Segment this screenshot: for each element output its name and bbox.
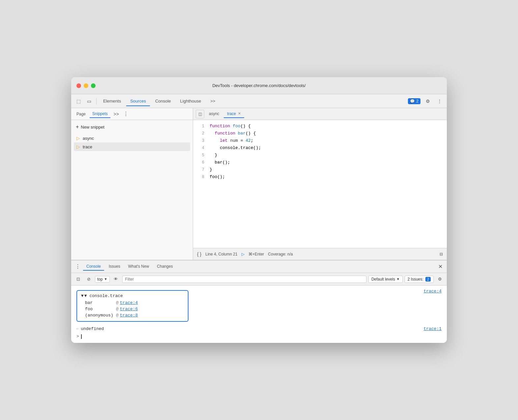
tab-elements[interactable]: Elements (99, 97, 125, 106)
tab-lighthouse[interactable]: Lighthouse (176, 97, 205, 106)
close-bottom-panel-icon[interactable]: ✕ (436, 263, 444, 271)
clear-console-icon[interactable]: ⊡ (74, 275, 82, 284)
sidebar-more-options-icon[interactable]: ⋮ (122, 110, 130, 118)
trace-link-bar[interactable]: trace:4 (120, 300, 138, 305)
bottom-tab-whats-new[interactable]: What's New (125, 263, 153, 271)
snippet-item-async[interactable]: ▷ async (74, 134, 190, 142)
new-snippet-button[interactable]: + New snippet (74, 123, 190, 131)
sidebar-tab-snippets[interactable]: Snippets (90, 110, 110, 118)
snippet-file-icon: ▷ (76, 135, 80, 141)
chat-icon: 💬 (410, 99, 415, 104)
editor-area: ◫ async trace ✕ 1 function foo() { 2 fun… (193, 108, 447, 260)
bottom-tab-changes[interactable]: Changes (154, 263, 176, 271)
bottom-tab-console[interactable]: Console (83, 263, 104, 271)
bottom-panel: ⋮ Console Issues What's New Changes ✕ ⊡ … (71, 260, 447, 343)
console-undefined-row: ← undefined trace:1 (74, 325, 444, 333)
trace-row-bar: bar @ trace:4 (81, 300, 184, 306)
code-line-6: 6 bar(); (193, 159, 447, 166)
undefined-source-link[interactable]: trace:1 (423, 326, 442, 331)
code-line-5: 5 } (193, 152, 447, 159)
console-settings-icon[interactable]: ⚙ (436, 275, 444, 284)
window-title: DevTools - developer.chrome.com/docs/dev… (212, 83, 305, 88)
trace-block: ▼ ▼ console.trace bar @ trace:4 foo @ tr… (76, 290, 188, 322)
trace-link-anonymous[interactable]: trace:8 (120, 313, 138, 318)
close-button[interactable] (76, 83, 81, 88)
trace-link-foo[interactable]: trace:6 (120, 307, 138, 312)
sidebar: Page Snippets >> ⋮ + New snippet ▷ async… (71, 108, 193, 260)
device-icon[interactable]: ▭ (84, 97, 94, 106)
prompt-symbol: > (76, 334, 79, 339)
bottom-tab-issues[interactable]: Issues (105, 263, 124, 271)
tab-console[interactable]: Console (151, 97, 175, 106)
editor-tab-trace[interactable]: trace ✕ (224, 110, 244, 118)
trace-row-anonymous: (anonymous) @ trace:8 (81, 312, 184, 318)
code-line-8: 8 foo(); (193, 173, 447, 181)
more-tabs-btn[interactable]: >> (206, 97, 219, 106)
code-line-1: 1 function foo() { (193, 123, 447, 130)
trace-source-link[interactable]: trace:4 (423, 289, 442, 294)
devtools-window: DevTools - developer.chrome.com/docs/dev… (71, 77, 447, 343)
code-line-2: 2 function bar() { (193, 130, 447, 137)
context-label: top (97, 277, 103, 282)
context-selector[interactable]: top ▼ (95, 276, 110, 283)
content-area: Page Snippets >> ⋮ + New snippet ▷ async… (71, 108, 447, 260)
editor-tabs: ◫ async trace ✕ (193, 108, 447, 120)
sidebar-content: + New snippet ▷ async ▷ trace (71, 120, 193, 260)
main-toolbar: ⬚ ▭ Elements Sources Console Lighthouse … (71, 94, 447, 108)
chevron-down-icon: ▼ (104, 277, 107, 281)
settings-icon[interactable]: ⚙ (423, 97, 432, 106)
tab-close-icon[interactable]: ✕ (238, 111, 241, 116)
trace-header: ▼ ▼ console.trace (81, 293, 184, 298)
block-icon[interactable]: ⊘ (84, 275, 93, 284)
cursor-position: Line 4, Column 21 (205, 252, 237, 256)
code-line-3: 3 let num = 42; (193, 137, 447, 144)
console-output: ▼ ▼ console.trace bar @ trace:4 foo @ tr… (71, 285, 447, 343)
code-line-4: 4 console.trace(); (193, 144, 447, 152)
issues-count-btn[interactable]: 2 Issues: 2 (405, 276, 434, 283)
undefined-left: ← undefined (76, 326, 104, 331)
undefined-text: undefined (81, 326, 104, 331)
more-options-icon[interactable]: ⋮ (435, 97, 444, 106)
bottom-tabs: ⋮ Console Issues What's New Changes ✕ (71, 260, 447, 273)
code-editor[interactable]: 1 function foo() { 2 function bar() { 3 … (193, 120, 447, 248)
status-bar-right: ⊟ (440, 252, 443, 256)
console-trace-line: ▼ ▼ console.trace bar @ trace:4 foo @ tr… (74, 288, 444, 324)
plus-icon: + (76, 124, 79, 130)
snippet-file-icon-active: ▷ (76, 144, 80, 149)
format-icon[interactable]: { } (197, 252, 201, 257)
coverage-status: Coverage: n/a (268, 252, 293, 256)
sidebar-tabs: Page Snippets >> ⋮ (71, 108, 193, 120)
maximize-button[interactable] (91, 83, 96, 88)
input-cursor (81, 334, 82, 339)
traffic-lights (76, 83, 96, 88)
trace-row-foo: foo @ trace:6 (81, 306, 184, 312)
status-bar: { } Line 4, Column 21 ▷ ⌘+Enter Coverage… (193, 248, 447, 260)
toolbar-divider-1 (96, 98, 97, 105)
run-icon[interactable]: ▷ (242, 252, 245, 256)
filter-input[interactable] (122, 276, 366, 283)
toolbar-right: 💬 2 ⚙ ⋮ (408, 97, 444, 106)
issues-badge-icon: 2 (425, 277, 431, 282)
console-input-line: > (74, 333, 444, 340)
levels-chevron-icon: ▼ (396, 277, 400, 281)
issues-count: 2 (416, 99, 418, 104)
title-bar: DevTools - developer.chrome.com/docs/dev… (71, 77, 447, 94)
code-line-7: 7 } (193, 166, 447, 173)
cursor-icon[interactable]: ⬚ (74, 97, 83, 106)
run-shortcut: ⌘+Enter (248, 252, 264, 256)
console-drawer-icon[interactable]: ⊟ (440, 252, 443, 256)
console-toolbar: ⊡ ⊘ top ▼ 👁 Default levels ▼ 2 Issues: 2… (71, 273, 447, 285)
undefined-arrow-icon: ← (76, 327, 79, 331)
snippet-item-trace[interactable]: ▷ trace (74, 142, 190, 151)
sidebar-tab-page[interactable]: Page (74, 110, 88, 118)
editor-tab-async[interactable]: async (206, 110, 222, 118)
eye-icon[interactable]: 👁 (112, 275, 120, 284)
tab-sources[interactable]: Sources (126, 97, 150, 106)
more-sidebar-tabs-icon[interactable]: >> (112, 109, 121, 119)
trace-expand-icon[interactable]: ▼ (81, 293, 84, 298)
toggle-sidebar-icon[interactable]: ◫ (196, 110, 204, 118)
minimize-button[interactable] (84, 83, 88, 88)
bottom-more-icon[interactable]: ⋮ (74, 263, 82, 271)
log-levels-btn[interactable]: Default levels ▼ (368, 276, 403, 283)
issues-badge[interactable]: 💬 2 (408, 98, 420, 104)
